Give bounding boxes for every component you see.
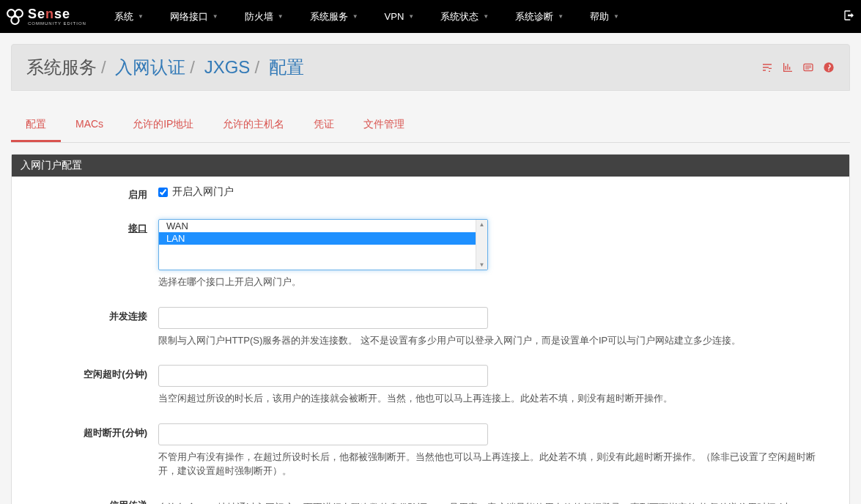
breadcrumb-zone[interactable]: JXGS bbox=[204, 57, 251, 77]
enable-checkbox[interactable] bbox=[158, 188, 168, 197]
tab-files[interactable]: 文件管理 bbox=[349, 109, 419, 142]
breadcrumb: 系统服务/ 入网认证/ JXGS/ 配置 bbox=[26, 56, 761, 79]
row-passthrough: 信用传递 允许每个MAC地址通过入网门户，而不进行有限次数的身份验证。 一旦用完… bbox=[12, 487, 849, 505]
chevron-down-icon: ▼ bbox=[408, 13, 414, 20]
panel-title: 入网门户配置 bbox=[12, 155, 849, 177]
label-idle-timeout: 空闲超时(分钟) bbox=[23, 365, 158, 381]
tab-macs[interactable]: MACs bbox=[61, 109, 118, 142]
help-concurrent: 限制与入网门户HTTP(S)服务器的并发连接数。 这不是设置有多少用户可以登录入… bbox=[158, 333, 832, 348]
interface-option-lan[interactable]: LAN bbox=[159, 232, 476, 245]
row-hard-timeout: 超时断开(分钟) 不管用户有没有操作，在超过所设时长后，他都被强制断开。当然他也… bbox=[12, 415, 849, 487]
nav-firewall[interactable]: 防火墙▼ bbox=[232, 0, 297, 33]
breadcrumb-captive[interactable]: 入网认证 bbox=[115, 57, 185, 77]
chevron-down-icon: ▼ bbox=[483, 13, 489, 20]
interface-option-wan[interactable]: WAN bbox=[159, 220, 476, 232]
help-hard-timeout: 不管用户有没有操作，在超过所设时长后，他都被强制断开。当然他也可以马上再连接上。… bbox=[158, 450, 832, 478]
row-concurrent: 并发连接 限制与入网门户HTTP(S)服务器的并发连接数。 这不是设置有多少用户… bbox=[12, 298, 849, 357]
nav-system[interactable]: 系统▼ bbox=[101, 0, 157, 33]
row-interface: 接口 WAN LAN ▲ ▼ 选择在哪个接口上开启入网门户。 bbox=[12, 210, 849, 298]
tab-vouchers[interactable]: 凭证 bbox=[299, 109, 349, 142]
logo[interactable]: Sense COMMUNITY EDITION bbox=[6, 7, 86, 26]
svg-point-2 bbox=[11, 17, 18, 24]
log-icon[interactable] bbox=[802, 62, 814, 73]
nav-diagnostics[interactable]: 系统诊断▼ bbox=[502, 0, 577, 33]
chevron-down-icon: ▼ bbox=[213, 13, 218, 20]
breadcrumb-config[interactable]: 配置 bbox=[269, 57, 304, 77]
interface-listbox[interactable]: WAN LAN ▲ ▼ bbox=[158, 219, 488, 270]
nav-interfaces[interactable]: 网络接口▼ bbox=[157, 0, 232, 33]
logout-icon bbox=[843, 10, 855, 21]
concurrent-input[interactable] bbox=[158, 307, 488, 329]
svg-point-5 bbox=[828, 70, 829, 71]
listbox-scrollbar[interactable]: ▲ ▼ bbox=[476, 220, 487, 270]
sliders-icon[interactable] bbox=[761, 62, 773, 73]
help-interface: 选择在哪个接口上开启入网门户。 bbox=[158, 275, 832, 289]
scroll-down-icon: ▼ bbox=[479, 262, 485, 268]
bar-chart-icon[interactable] bbox=[782, 62, 794, 73]
chevron-down-icon: ▼ bbox=[352, 13, 358, 20]
logo-icon bbox=[6, 7, 24, 26]
logout-button[interactable] bbox=[843, 10, 855, 23]
nav-vpn[interactable]: VPN▼ bbox=[372, 0, 428, 33]
nav-services[interactable]: 系统服务▼ bbox=[297, 0, 372, 33]
label-interface: 接口 bbox=[23, 219, 158, 235]
tab-allowed-ips[interactable]: 允许的IP地址 bbox=[118, 109, 208, 142]
nav-menu: 系统▼ 网络接口▼ 防火墙▼ 系统服务▼ VPN▼ 系统状态▼ 系统诊断▼ 帮助… bbox=[101, 0, 843, 33]
label-concurrent: 并发连接 bbox=[23, 307, 158, 323]
config-panel: 入网门户配置 启用 开启入网门户 接口 WAN LAN ▲ ▼ bbox=[11, 154, 850, 504]
scroll-up-icon: ▲ bbox=[479, 221, 485, 228]
chevron-down-icon: ▼ bbox=[558, 13, 563, 20]
idle-timeout-input[interactable] bbox=[158, 365, 488, 387]
tab-config[interactable]: 配置 bbox=[11, 109, 61, 142]
top-navbar: Sense COMMUNITY EDITION 系统▼ 网络接口▼ 防火墙▼ 系… bbox=[0, 0, 861, 33]
chevron-down-icon: ▼ bbox=[613, 13, 619, 20]
enable-checkbox-label: 开启入网门户 bbox=[172, 185, 234, 199]
label-passthrough: 信用传递 bbox=[23, 496, 158, 505]
chevron-down-icon: ▼ bbox=[138, 13, 144, 20]
tab-allowed-hosts[interactable]: 允许的主机名 bbox=[208, 109, 299, 142]
label-enable: 启用 bbox=[23, 185, 158, 201]
breadcrumb-actions bbox=[761, 62, 835, 73]
breadcrumb-root: 系统服务 bbox=[26, 57, 97, 77]
tabs: 配置 MACs 允许的IP地址 允许的主机名 凭证 文件管理 bbox=[11, 109, 850, 143]
chevron-down-icon: ▼ bbox=[278, 13, 284, 20]
row-enable: 启用 开启入网门户 bbox=[12, 177, 849, 210]
help-passthrough: 允许每个MAC地址通过入网门户，而不进行有限次数的身份验证。 一旦用完，客户端只… bbox=[158, 500, 832, 505]
help-idle-timeout: 当空闲超过所设的时长后，该用户的连接就会被断开。当然，他也可以马上再连接上。此处… bbox=[158, 391, 832, 406]
help-icon[interactable] bbox=[823, 62, 835, 73]
breadcrumb-panel: 系统服务/ 入网认证/ JXGS/ 配置 bbox=[11, 44, 850, 91]
label-hard-timeout: 超时断开(分钟) bbox=[23, 423, 158, 440]
row-idle-timeout: 空闲超时(分钟) 当空闲超过所设的时长后，该用户的连接就会被断开。当然，他也可以… bbox=[12, 356, 849, 415]
nav-status[interactable]: 系统状态▼ bbox=[427, 0, 502, 33]
hard-timeout-input[interactable] bbox=[158, 423, 488, 445]
nav-help[interactable]: 帮助▼ bbox=[577, 0, 632, 33]
